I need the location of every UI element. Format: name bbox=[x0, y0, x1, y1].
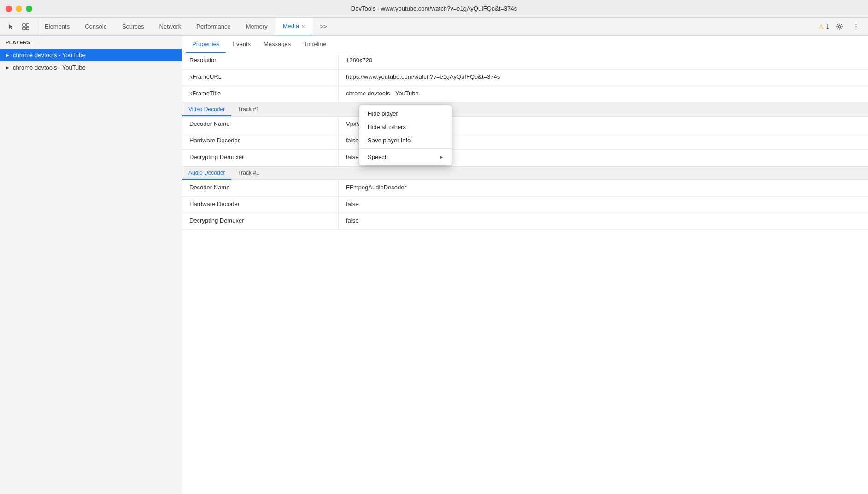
prop-row-resolution: Resolution 1280x720 bbox=[182, 53, 868, 70]
prop-val-frametitle: chrome devtools - YouTube bbox=[339, 86, 868, 102]
cursor-icon[interactable] bbox=[5, 20, 18, 33]
audio-decrypting-demuxer-key: Decrypting Demuxer bbox=[182, 213, 339, 229]
audio-hardware-decoder-key: Hardware Decoder bbox=[182, 197, 339, 213]
tab-items: Elements Console Sources Network Perform… bbox=[37, 18, 813, 35]
tab-more[interactable]: >> bbox=[313, 18, 335, 35]
svg-point-4 bbox=[839, 25, 841, 28]
prop-key-frametitle: kFrameTitle bbox=[182, 86, 339, 102]
context-menu-save-player-info[interactable]: Save player info bbox=[359, 134, 452, 147]
speech-submenu-arrow: ▶ bbox=[440, 154, 443, 159]
player-1-arrow: ▶ bbox=[6, 53, 9, 58]
video-hardware-decoder-key: Hardware Decoder bbox=[182, 133, 339, 149]
audio-decoder-section-header: Audio Decoder Track #1 bbox=[182, 166, 868, 180]
title-bar: DevTools - www.youtube.com/watch?v=e1gAy… bbox=[0, 0, 868, 18]
context-menu-speech[interactable]: Speech ▶ bbox=[359, 150, 452, 164]
video-track-tab[interactable]: Track #1 bbox=[231, 103, 265, 116]
tab-sources[interactable]: Sources bbox=[115, 18, 152, 35]
sidebar-player-1[interactable]: ▶ chrome devtools - YouTube bbox=[0, 49, 182, 61]
prop-key-resolution: Resolution bbox=[182, 53, 339, 69]
audio-decoder-name-val: FFmpegAudioDecoder bbox=[339, 180, 868, 196]
tab-elements[interactable]: Elements bbox=[37, 18, 77, 35]
svg-point-5 bbox=[856, 24, 857, 25]
sub-tab-messages[interactable]: Messages bbox=[257, 36, 297, 53]
toolbar-left bbox=[0, 18, 37, 35]
main-layout: Players ▶ chrome devtools - YouTube ▶ ch… bbox=[0, 36, 868, 494]
svg-rect-0 bbox=[23, 24, 25, 26]
tab-console[interactable]: Console bbox=[77, 18, 115, 35]
audio-decoder-name-row: Decoder Name FFmpegAudioDecoder bbox=[182, 180, 868, 197]
context-menu-separator bbox=[359, 148, 452, 149]
close-button[interactable] bbox=[6, 6, 12, 12]
audio-decoder-name-key: Decoder Name bbox=[182, 180, 339, 196]
video-decrypting-demuxer-row: Decrypting Demuxer false bbox=[182, 150, 868, 166]
audio-decoder-tab[interactable]: Audio Decoder bbox=[182, 167, 231, 180]
tab-bar-right: ⚠ 1 bbox=[813, 18, 868, 35]
video-decoder-name-key: Decoder Name bbox=[182, 117, 339, 133]
sub-tab-bar: Properties Events Messages Timeline bbox=[182, 36, 868, 53]
prop-val-resolution: 1280x720 bbox=[339, 53, 868, 69]
context-menu-hide-player[interactable]: Hide player bbox=[359, 107, 452, 120]
sidebar: Players ▶ chrome devtools - YouTube ▶ ch… bbox=[0, 36, 182, 494]
svg-rect-3 bbox=[26, 27, 29, 30]
player-2-arrow: ▶ bbox=[6, 65, 9, 70]
audio-hardware-decoder-val: false bbox=[339, 197, 868, 213]
video-decoder-section-header: Video Decoder Track #1 bbox=[182, 103, 868, 117]
svg-rect-1 bbox=[26, 24, 29, 26]
sidebar-header: Players bbox=[0, 36, 182, 49]
svg-rect-2 bbox=[23, 27, 25, 30]
tab-performance[interactable]: Performance bbox=[189, 18, 238, 35]
svg-point-7 bbox=[856, 28, 857, 29]
sub-tab-properties[interactable]: Properties bbox=[186, 36, 226, 53]
prop-row-frameurl: kFrameURL https://www.youtube.com/watch?… bbox=[182, 70, 868, 86]
tab-media-close[interactable]: × bbox=[302, 24, 305, 29]
window-controls bbox=[6, 6, 32, 12]
prop-row-frametitle: kFrameTitle chrome devtools - YouTube bbox=[182, 86, 868, 103]
context-menu: Hide player Hide all others Save player … bbox=[359, 105, 452, 165]
prop-val-frameurl: https://www.youtube.com/watch?v=e1gAyQuI… bbox=[339, 70, 868, 86]
settings-icon[interactable] bbox=[833, 20, 846, 33]
sidebar-player-2[interactable]: ▶ chrome devtools - YouTube bbox=[0, 61, 182, 74]
tab-bar: Elements Console Sources Network Perform… bbox=[0, 18, 868, 36]
minimize-button[interactable] bbox=[16, 6, 22, 12]
tab-media[interactable]: Media × bbox=[276, 18, 313, 35]
maximize-button[interactable] bbox=[26, 6, 32, 12]
warning-icon: ⚠ bbox=[818, 23, 824, 30]
content-area: Properties Events Messages Timeline Reso… bbox=[182, 36, 868, 494]
properties-table: Resolution 1280x720 kFrameURL https://ww… bbox=[182, 53, 868, 494]
video-hardware-decoder-row: Hardware Decoder false bbox=[182, 133, 868, 150]
context-menu-hide-all-others[interactable]: Hide all others bbox=[359, 120, 452, 134]
prop-key-frameurl: kFrameURL bbox=[182, 70, 339, 86]
video-decoder-name-row: Decoder Name VpxVideoDecoder bbox=[182, 117, 868, 133]
tab-memory[interactable]: Memory bbox=[239, 18, 276, 35]
audio-decrypting-demuxer-row: Decrypting Demuxer false bbox=[182, 213, 868, 230]
sub-tab-events[interactable]: Events bbox=[226, 36, 257, 53]
video-decoder-tab[interactable]: Video Decoder bbox=[182, 103, 231, 116]
window-title: DevTools - www.youtube.com/watch?v=e1gAy… bbox=[351, 5, 517, 12]
audio-decrypting-demuxer-val: false bbox=[339, 213, 868, 229]
warning-badge[interactable]: ⚠ 1 bbox=[818, 23, 829, 30]
audio-hardware-decoder-row: Hardware Decoder false bbox=[182, 197, 868, 213]
audio-track-tab[interactable]: Track #1 bbox=[231, 167, 265, 180]
inspect-icon[interactable] bbox=[19, 20, 32, 33]
video-decrypting-demuxer-key: Decrypting Demuxer bbox=[182, 150, 339, 166]
more-options-icon[interactable] bbox=[850, 20, 862, 33]
tab-network[interactable]: Network bbox=[152, 18, 189, 35]
svg-point-6 bbox=[856, 26, 857, 27]
sub-tab-timeline[interactable]: Timeline bbox=[297, 36, 333, 53]
